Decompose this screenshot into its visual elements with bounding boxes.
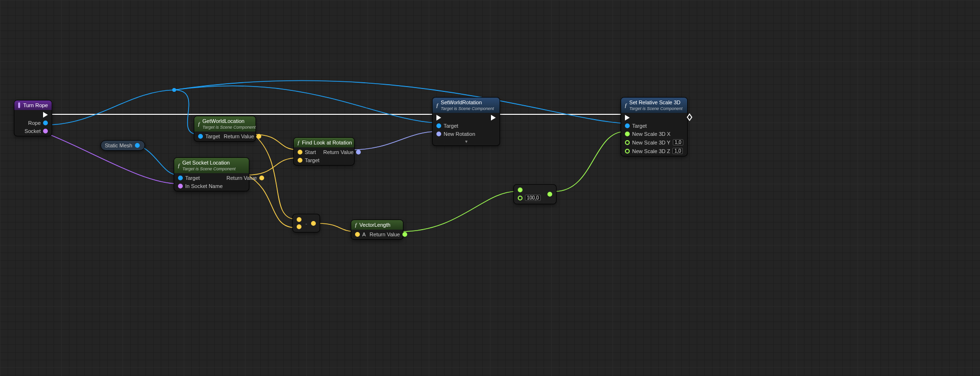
exec-out-pin[interactable]: [43, 112, 48, 118]
input-pin-scale-z[interactable]: [625, 149, 630, 154]
scale-z-value[interactable]: 1,0: [672, 148, 683, 154]
input-pin-start[interactable]: [298, 150, 302, 155]
node-title: SetWorldRotation: [441, 100, 482, 105]
pin-label: New Scale 3D Z: [632, 148, 670, 154]
function-entry-icon: [18, 102, 20, 108]
pin-label: New Scale 3D X: [632, 131, 670, 137]
function-icon: f: [298, 140, 299, 145]
node-set-relative-scale-3d[interactable]: f Set Relative Scale 3DTarget is Scene C…: [621, 98, 687, 156]
node-title: Find Look at Rotation: [302, 140, 352, 145]
node-subtitle: Target is Scene Component: [629, 106, 682, 111]
node-set-world-rotation[interactable]: f SetWorldRotationTarget is Scene Compon…: [433, 98, 500, 145]
input-pin-target[interactable]: [625, 123, 630, 128]
node-title: VectorLength: [359, 222, 390, 228]
input-pin-b[interactable]: [297, 224, 301, 229]
pin-label: Return Value: [323, 149, 354, 155]
pin-label: Target: [305, 157, 320, 163]
pin-label: A: [362, 232, 366, 237]
function-icon: f: [625, 102, 626, 108]
output-pin-return[interactable]: [356, 150, 361, 155]
pin-label: Socket: [24, 128, 41, 134]
pin-label: Target: [632, 123, 647, 129]
node-subtitle: Target is Scene Component: [182, 166, 235, 171]
input-pin-scale-y[interactable]: [625, 140, 630, 145]
node-vector-length[interactable]: fVectorLength A Return Value: [351, 220, 403, 239]
input-pin-target[interactable]: [178, 176, 183, 180]
pin-label: Target: [205, 133, 220, 139]
output-pin-rope[interactable]: [43, 121, 48, 125]
input-pin-b[interactable]: [518, 196, 523, 200]
variable-static-mesh[interactable]: Static Mesh: [100, 140, 145, 151]
exec-out-pin[interactable]: [687, 113, 692, 122]
pin-label: Rope: [28, 120, 41, 126]
node-title: Set Relative Scale 3D: [629, 100, 680, 105]
divisor-value[interactable]: 100,0: [525, 195, 541, 201]
exec-in-pin[interactable]: [436, 115, 441, 121]
pin-label: Target: [444, 123, 458, 129]
output-pin[interactable]: [311, 221, 316, 226]
input-pin-scale-x[interactable]: [625, 132, 630, 136]
output-pin[interactable]: [547, 192, 552, 197]
pin-label: In Socket Name: [185, 183, 223, 189]
node-get-world-location[interactable]: f GetWorldLocationTarget is Scene Compon…: [194, 116, 256, 141]
input-pin-a[interactable]: [355, 232, 360, 237]
node-turn-rope[interactable]: Turn Rope Rope Socket: [14, 100, 52, 136]
pin-label: Return Value: [224, 133, 254, 139]
function-icon: f: [436, 102, 438, 108]
input-pin-a[interactable]: [297, 217, 301, 222]
node-title: Turn Rope: [23, 102, 48, 108]
output-pin-return[interactable]: [402, 232, 407, 237]
pin-label: Start: [305, 149, 316, 155]
function-icon: f: [198, 121, 200, 127]
pin-label: New Rotation: [444, 131, 475, 137]
input-pin-socket-name[interactable]: [178, 184, 183, 188]
output-pin-return[interactable]: [256, 134, 261, 139]
exec-in-pin[interactable]: [625, 115, 630, 121]
input-pin-a[interactable]: [518, 188, 523, 192]
pin-label: New Scale 3D Y: [632, 140, 670, 145]
node-subtitle: Target is Scene Component: [441, 106, 494, 111]
input-pin-target[interactable]: [198, 134, 203, 139]
function-icon: f: [178, 163, 179, 168]
pin-label: Return Value: [369, 232, 400, 237]
output-pin[interactable]: [135, 143, 140, 148]
node-title: Get Socket Location: [182, 160, 230, 166]
pin-label: Target: [185, 175, 200, 181]
variable-label: Static Mesh: [105, 143, 132, 148]
function-icon: f: [355, 222, 356, 228]
node-find-look-at-rotation[interactable]: fFind Look at Rotation Start Target Retu…: [294, 138, 354, 165]
output-pin-socket[interactable]: [43, 129, 48, 133]
pin-label: Return Value: [226, 175, 256, 181]
node-get-socket-location[interactable]: f Get Socket LocationTarget is Scene Com…: [174, 158, 249, 191]
input-pin-target[interactable]: [298, 158, 302, 163]
expand-chevron-icon[interactable]: ▾: [433, 139, 500, 145]
node-title: GetWorldLocation: [202, 118, 245, 124]
node-vector-subtract[interactable]: -: [293, 214, 320, 232]
exec-out-pin[interactable]: [491, 115, 496, 121]
operator-label: -: [305, 221, 307, 226]
input-pin-new-rotation[interactable]: [436, 132, 441, 136]
node-subtitle: Target is Scene Component: [202, 125, 256, 130]
scale-y-value[interactable]: 1,0: [673, 139, 683, 145]
blueprint-grid[interactable]: [0, 0, 980, 376]
node-float-divide[interactable]: 100,0: [514, 185, 556, 204]
output-pin-return[interactable]: [259, 176, 264, 180]
input-pin-target[interactable]: [436, 123, 441, 128]
